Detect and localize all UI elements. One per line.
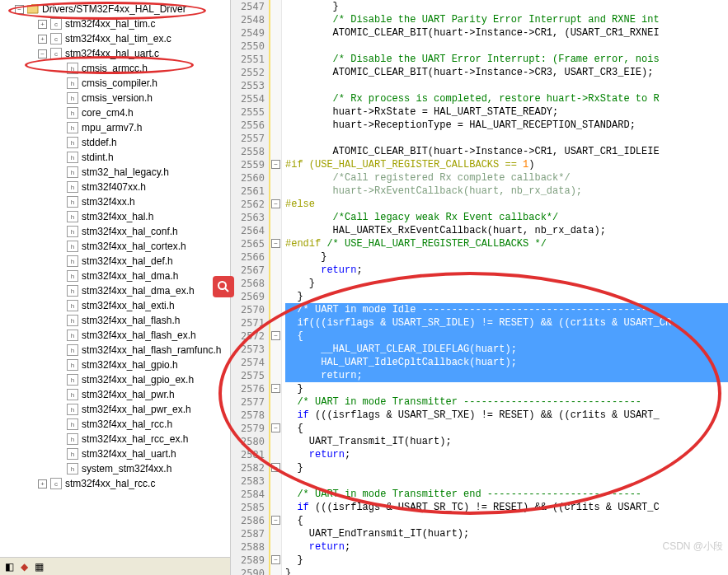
code-line[interactable] (285, 132, 728, 145)
fold-toggle[interactable]: − (271, 239, 280, 248)
code-line[interactable]: /* UART in mode Idle -------------------… (285, 303, 728, 316)
code-line[interactable]: UART_Transmit_IT(huart); (285, 435, 728, 448)
search-button[interactable] (213, 276, 234, 297)
code-line[interactable]: /* Rx process is completed, restore huar… (285, 92, 728, 105)
code-editor[interactable]: 2547254825492550255125522553255425552556… (231, 0, 728, 575)
tree-item[interactable]: hstm32f4xx_hal_gpio.h (2, 358, 228, 372)
code-line[interactable]: /* UART in mode Transmitter ------------… (285, 395, 728, 409)
expander-icon[interactable]: − (38, 49, 47, 58)
code-line[interactable]: return; (285, 540, 728, 554)
tree-item[interactable]: hstm32f4xx_hal_dma_ex.h (2, 283, 228, 298)
code-line[interactable]: return; (285, 369, 728, 382)
expander-icon[interactable]: + (38, 20, 47, 29)
fold-toggle[interactable]: − (271, 423, 280, 432)
code-line[interactable]: } (285, 250, 728, 264)
code-line[interactable] (285, 79, 728, 92)
tree-item[interactable]: hstm32f4xx_hal_gpio_ex.h (2, 372, 228, 387)
code-line[interactable]: { (285, 514, 728, 527)
code-line[interactable]: UART_EndTransmit_IT(huart); (285, 527, 728, 540)
tree-item[interactable]: −cstm32f4xx_hal_uart.c (2, 46, 228, 61)
tree-item[interactable]: hstm32f4xx_hal.h (2, 209, 228, 224)
code-line[interactable]: return; (285, 264, 728, 277)
tree-item[interactable]: hstm32f4xx_hal_flash_ex.h (2, 328, 228, 343)
code-line[interactable]: /* UART in mode Transmitter end --------… (285, 488, 728, 501)
tree-item[interactable]: hcore_cm4.h (2, 105, 228, 120)
code-line[interactable] (285, 40, 728, 53)
tree-item[interactable]: hstm32f4xx_hal_def.h (2, 254, 228, 269)
tree-item[interactable]: +cstm32f4xx_hal_rcc.c (2, 476, 228, 491)
code-line[interactable]: { (285, 330, 728, 343)
code-area[interactable]: } /* Disable the UART Parity Error Inter… (282, 0, 728, 575)
code-line[interactable] (285, 474, 728, 488)
tree-item[interactable]: hstm32f407xx.h (2, 180, 228, 194)
fold-toggle[interactable]: − (271, 516, 280, 525)
file-tree-panel[interactable]: − Drivers/STM32F4xx_HAL_Driver +cstm32f4… (0, 0, 231, 575)
code-line[interactable]: } (285, 567, 728, 575)
expander-icon[interactable]: + (38, 479, 47, 489)
code-line[interactable]: ATOMIC_CLEAR_BIT(huart->Instance->CR3, U… (285, 66, 728, 79)
code-line[interactable]: if (((isrflags & USART_SR_TXE) != RESET)… (285, 409, 728, 422)
tree-item[interactable]: hcmsis_version.h (2, 91, 228, 105)
line-number-gutter: 2547254825492550255125522553255425552556… (231, 0, 270, 575)
tree-item[interactable]: hstm32f4xx_hal_conf.h (2, 224, 228, 239)
tree-item[interactable]: hstm32f4xx_hal_cortex.h (2, 239, 228, 254)
fold-toggle[interactable]: − (271, 384, 280, 393)
tree-item[interactable]: hstddef.h (2, 135, 228, 150)
code-line[interactable]: #if (USE_HAL_UART_REGISTER_CALLBACKS == … (285, 158, 728, 171)
code-line[interactable]: } (285, 461, 728, 474)
code-line[interactable]: ATOMIC_CLEAR_BIT(huart->Instance->CR1, U… (285, 145, 728, 158)
code-line[interactable]: huart->RxState = HAL_UART_STATE_READY; (285, 105, 728, 119)
tree-item[interactable]: hsystem_stm32f4xx.h (2, 461, 228, 476)
tree-item[interactable]: hstm32f4xx.h (2, 194, 228, 209)
code-line[interactable]: /* Disable the UART Error Interrupt: (Fr… (285, 53, 728, 66)
tree-item[interactable]: +cstm32f4xx_hal_tim.c (2, 16, 228, 31)
tree-item[interactable]: hstm32f4xx_hal_rcc.h (2, 417, 228, 432)
tree-item[interactable]: hcmsis_armcc.h (2, 61, 228, 76)
tree-item[interactable]: hstm32f4xx_hal_uart.h (2, 446, 228, 461)
tree-item[interactable]: hstm32_hal_legacy.h (2, 165, 228, 180)
tree-item[interactable]: hcmsis_compiler.h (2, 76, 228, 91)
fold-toggle[interactable]: − (271, 463, 280, 472)
code-line[interactable]: /* Disable the UART Parity Error Interru… (285, 13, 728, 26)
expander-icon[interactable]: − (15, 5, 24, 14)
code-line[interactable]: } (285, 290, 728, 303)
code-line[interactable]: return; (285, 448, 728, 461)
code-line[interactable]: } (285, 277, 728, 290)
code-line[interactable]: } (285, 382, 728, 395)
code-line[interactable]: } (285, 0, 728, 13)
code-line[interactable]: #else (285, 198, 728, 211)
fold-toggle[interactable]: − (271, 160, 280, 169)
fold-toggle[interactable]: − (271, 555, 280, 564)
tree-item[interactable]: hstm32f4xx_hal_exti.h (2, 298, 228, 313)
expander-icon[interactable]: + (38, 35, 47, 44)
code-line[interactable]: HAL_UART_IdleCpltCallback(huart); (285, 356, 728, 369)
code-line[interactable]: /*Call legacy weak Rx Event callback*/ (285, 211, 728, 224)
tree-item[interactable]: hstm32f4xx_hal_pwr_ex.h (2, 402, 228, 417)
code-line[interactable]: if(((isrflags & USART_SR_IDLE) != RESET)… (285, 316, 728, 330)
fold-toggle[interactable]: − (271, 199, 280, 208)
code-line[interactable]: if (((isrflags & USART_SR_TC) != RESET) … (285, 501, 728, 514)
code-line[interactable]: __HAL_UART_CLEAR_IDLEFLAG(huart); (285, 343, 728, 356)
tree-item[interactable]: hstm32f4xx_hal_rcc_ex.h (2, 432, 228, 446)
tree-item[interactable]: hstm32f4xx_hal_dma.h (2, 269, 228, 283)
tree-item[interactable]: hmpu_armv7.h (2, 120, 228, 135)
code-line[interactable]: huart->RxEventCallback(huart, nb_rx_data… (285, 185, 728, 198)
code-line[interactable]: #endif /* USE_HAL_UART_REGISTER_CALLBACK… (285, 237, 728, 250)
code-line[interactable]: huart->ReceptionType = HAL_UART_RECEPTIO… (285, 119, 728, 132)
fold-column[interactable]: −−−−−−−−− (270, 0, 282, 575)
code-line[interactable]: /*Call registered Rx complete callback*/ (285, 171, 728, 185)
tree-item[interactable]: hstm32f4xx_hal_pwr.h (2, 387, 228, 402)
tree-item[interactable]: hstm32f4xx_hal_flash_ramfunc.h (2, 343, 228, 358)
code-line[interactable]: { (285, 422, 728, 435)
code-line[interactable]: HAL_UARTEx_RxEventCallback(huart, nb_rx_… (285, 224, 728, 237)
tree-item[interactable]: +cstm32f4xx_hal_tim_ex.c (2, 31, 228, 46)
tree-folder-root[interactable]: − Drivers/STM32F4xx_HAL_Driver (2, 2, 228, 16)
tree-item[interactable]: hstm32f4xx_hal_flash.h (2, 313, 228, 328)
code-line[interactable]: } (285, 554, 728, 567)
tree-item[interactable]: hstdint.h (2, 150, 228, 165)
toolbar-icon[interactable]: ▦ (35, 561, 44, 573)
toolbar-icon[interactable]: ◧ (5, 561, 14, 573)
toolbar-icon[interactable]: ◆ (21, 561, 28, 573)
code-line[interactable]: ATOMIC_CLEAR_BIT(huart->Instance->CR1, (… (285, 26, 728, 40)
fold-toggle[interactable]: − (271, 331, 280, 340)
